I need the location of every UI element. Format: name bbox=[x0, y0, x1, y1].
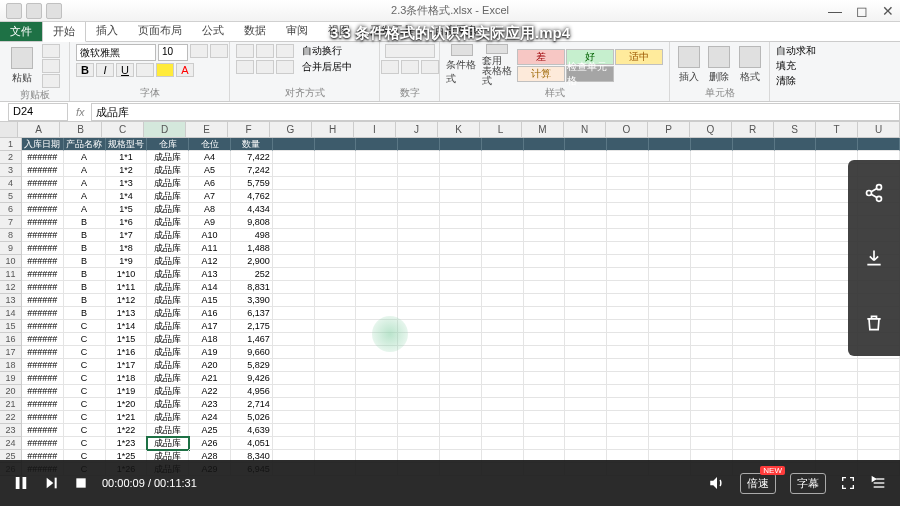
cell[interactable] bbox=[356, 307, 398, 320]
cell[interactable] bbox=[440, 177, 482, 190]
cell[interactable] bbox=[440, 320, 482, 333]
cell[interactable]: 成品库 bbox=[147, 320, 189, 333]
underline-button[interactable]: U bbox=[116, 63, 134, 77]
cell[interactable] bbox=[440, 216, 482, 229]
cell[interactable] bbox=[649, 268, 691, 281]
cell[interactable] bbox=[440, 294, 482, 307]
cell[interactable] bbox=[482, 281, 524, 294]
cell[interactable]: 入库日期 bbox=[22, 138, 64, 151]
tab-公式[interactable]: 公式 bbox=[192, 20, 234, 41]
cell[interactable]: ###### bbox=[22, 229, 64, 242]
conditional-format-button[interactable]: 条件格式 bbox=[446, 44, 478, 86]
comma-button[interactable] bbox=[421, 60, 439, 74]
cell[interactable] bbox=[398, 346, 440, 359]
cell[interactable] bbox=[733, 268, 775, 281]
cell[interactable] bbox=[607, 255, 649, 268]
cell[interactable] bbox=[691, 294, 733, 307]
cell[interactable] bbox=[273, 138, 315, 151]
cell[interactable] bbox=[775, 333, 817, 346]
cell[interactable] bbox=[315, 333, 357, 346]
cell[interactable]: 1*21 bbox=[106, 411, 148, 424]
cell[interactable]: 5,026 bbox=[231, 411, 273, 424]
cell[interactable] bbox=[356, 294, 398, 307]
cell[interactable]: B bbox=[64, 255, 106, 268]
cell[interactable] bbox=[775, 372, 817, 385]
cell[interactable] bbox=[398, 229, 440, 242]
tab-插入[interactable]: 插入 bbox=[86, 20, 128, 41]
row-header[interactable]: 12 bbox=[0, 281, 22, 294]
cell[interactable] bbox=[315, 437, 357, 450]
cell[interactable]: ###### bbox=[22, 320, 64, 333]
cell[interactable] bbox=[816, 398, 858, 411]
minimize-button[interactable]: — bbox=[828, 3, 842, 19]
cell[interactable] bbox=[816, 385, 858, 398]
cell[interactable] bbox=[691, 216, 733, 229]
cell[interactable] bbox=[733, 333, 775, 346]
cell[interactable] bbox=[524, 424, 566, 437]
cell[interactable] bbox=[356, 398, 398, 411]
cell[interactable]: C bbox=[64, 385, 106, 398]
cell[interactable] bbox=[775, 281, 817, 294]
cell[interactable] bbox=[565, 333, 607, 346]
shrink-font-button[interactable] bbox=[210, 44, 228, 58]
close-button[interactable]: ✕ bbox=[882, 3, 894, 19]
row-header[interactable]: 24 bbox=[0, 437, 22, 450]
cell[interactable] bbox=[565, 164, 607, 177]
cell[interactable] bbox=[649, 242, 691, 255]
cell[interactable] bbox=[356, 424, 398, 437]
cell[interactable]: 1*18 bbox=[106, 372, 148, 385]
qat-undo-icon[interactable] bbox=[26, 3, 42, 19]
cell[interactable]: 1*1 bbox=[106, 151, 148, 164]
cell[interactable]: 成品库 bbox=[147, 372, 189, 385]
cell[interactable] bbox=[440, 372, 482, 385]
cell[interactable] bbox=[482, 268, 524, 281]
cell[interactable] bbox=[607, 294, 649, 307]
cell[interactable] bbox=[775, 255, 817, 268]
align-middle-button[interactable] bbox=[256, 44, 274, 58]
cell[interactable] bbox=[315, 203, 357, 216]
col-header-B[interactable]: B bbox=[60, 122, 102, 137]
cell[interactable] bbox=[691, 138, 733, 151]
number-format-select[interactable] bbox=[385, 44, 435, 58]
cell[interactable] bbox=[816, 411, 858, 424]
cell[interactable] bbox=[524, 255, 566, 268]
cell[interactable] bbox=[524, 437, 566, 450]
col-header-P[interactable]: P bbox=[648, 122, 690, 137]
cell[interactable] bbox=[356, 411, 398, 424]
cell[interactable] bbox=[733, 411, 775, 424]
cell[interactable] bbox=[273, 372, 315, 385]
cell[interactable] bbox=[273, 229, 315, 242]
cell[interactable]: ###### bbox=[22, 255, 64, 268]
cell[interactable]: 5,759 bbox=[231, 177, 273, 190]
cell[interactable]: 1*3 bbox=[106, 177, 148, 190]
cell[interactable] bbox=[607, 138, 649, 151]
cell[interactable] bbox=[524, 268, 566, 281]
cell[interactable] bbox=[691, 190, 733, 203]
cell[interactable] bbox=[775, 307, 817, 320]
cell[interactable]: A10 bbox=[189, 229, 231, 242]
cell[interactable] bbox=[440, 190, 482, 203]
cell[interactable]: 1*4 bbox=[106, 190, 148, 203]
cell[interactable]: ###### bbox=[22, 216, 64, 229]
cell[interactable] bbox=[273, 177, 315, 190]
cell[interactable] bbox=[315, 242, 357, 255]
cell[interactable] bbox=[565, 372, 607, 385]
cell[interactable] bbox=[482, 294, 524, 307]
row-header[interactable]: 19 bbox=[0, 372, 22, 385]
cell[interactable]: A5 bbox=[189, 164, 231, 177]
cell[interactable] bbox=[482, 359, 524, 372]
cell[interactable] bbox=[273, 437, 315, 450]
wrap-text-button[interactable]: 自动换行 bbox=[302, 44, 342, 58]
cell[interactable]: 成品库 bbox=[147, 255, 189, 268]
row-header[interactable]: 9 bbox=[0, 242, 22, 255]
cell[interactable] bbox=[565, 424, 607, 437]
cell[interactable] bbox=[273, 268, 315, 281]
cell[interactable] bbox=[524, 320, 566, 333]
cell[interactable] bbox=[315, 372, 357, 385]
cell[interactable] bbox=[775, 411, 817, 424]
cell[interactable] bbox=[482, 372, 524, 385]
cell[interactable]: A22 bbox=[189, 385, 231, 398]
cell[interactable]: 2,175 bbox=[231, 320, 273, 333]
cell[interactable] bbox=[649, 385, 691, 398]
cell[interactable] bbox=[524, 203, 566, 216]
